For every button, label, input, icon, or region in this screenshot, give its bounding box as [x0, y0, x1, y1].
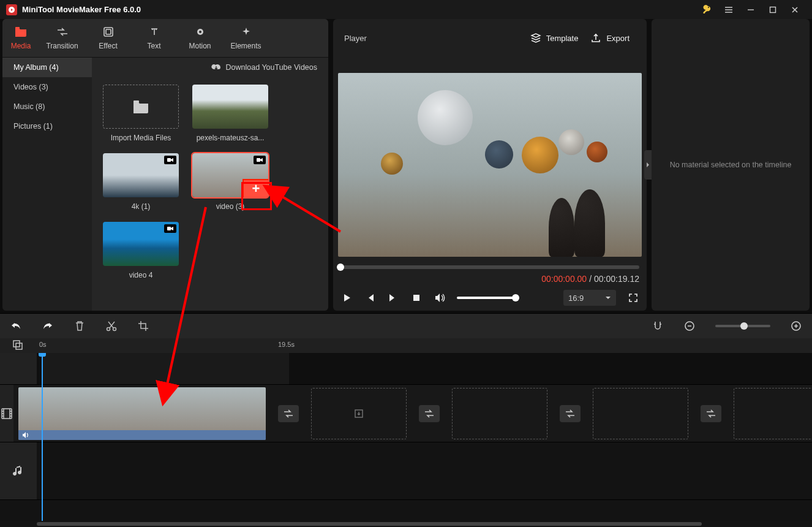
- tab-text[interactable]: Text: [131, 19, 177, 57]
- media-item-selected[interactable]: + video (3): [192, 153, 268, 211]
- volume-slider[interactable]: [457, 297, 516, 299]
- hamburger-menu-icon[interactable]: [718, 0, 740, 19]
- crop-button[interactable]: [137, 320, 149, 332]
- svg-rect-4: [104, 28, 113, 36]
- timeline-ruler[interactable]: 0s 19.5s: [0, 338, 812, 353]
- collapse-handle[interactable]: [644, 150, 652, 180]
- transition-icon: [56, 26, 69, 38]
- media-item[interactable]: video 4: [103, 222, 179, 279]
- svg-rect-18: [16, 343, 22, 349]
- film-icon: [0, 407, 13, 420]
- tab-effect[interactable]: Effect: [85, 19, 131, 57]
- transition-slot[interactable]: [278, 405, 299, 422]
- maximize-icon[interactable]: [762, 0, 784, 19]
- download-icon: [211, 64, 221, 71]
- play-button[interactable]: [340, 292, 353, 304]
- timeline-toolbar: [0, 314, 812, 338]
- svg-rect-17: [13, 341, 20, 347]
- tab-motion[interactable]: Motion: [177, 19, 223, 57]
- sidebar-item-my-album[interactable]: My Album (4): [2, 58, 92, 77]
- template-button[interactable]: Template: [524, 29, 585, 47]
- aspect-ratio-select[interactable]: 16:9: [563, 290, 616, 306]
- ruler-mark-1: 19.5s: [278, 341, 295, 348]
- media-area: Download YouTube Videos Import Media Fil…: [92, 58, 328, 311]
- audio-track[interactable]: [0, 442, 812, 500]
- app-title: MiniTool MovieMaker Free 6.0.0: [22, 5, 141, 14]
- playhead[interactable]: [42, 353, 43, 521]
- redo-button[interactable]: [42, 320, 54, 332]
- export-button[interactable]: Export: [584, 29, 636, 47]
- stop-button[interactable]: [410, 292, 423, 304]
- undo-button[interactable]: [10, 320, 22, 332]
- add-to-timeline-button[interactable]: +: [242, 179, 268, 197]
- drop-slot[interactable]: [311, 388, 407, 439]
- prev-frame-button[interactable]: [364, 292, 376, 304]
- svg-point-7: [199, 31, 201, 33]
- split-button[interactable]: [105, 320, 118, 332]
- download-slot-icon: [354, 409, 364, 419]
- sidebar-item-pictures[interactable]: Pictures (1): [2, 116, 92, 136]
- fullscreen-button[interactable]: [627, 292, 639, 304]
- timeline-panel: 0s 19.5s: [0, 313, 812, 527]
- minimize-icon[interactable]: [740, 0, 762, 19]
- svg-point-13: [107, 328, 110, 331]
- drop-slot[interactable]: [452, 388, 547, 439]
- transition-slot[interactable]: [701, 405, 721, 422]
- delete-button[interactable]: [73, 320, 86, 332]
- svg-rect-10: [257, 158, 260, 162]
- media-item[interactable]: 4k (1): [103, 153, 179, 211]
- transition-slot[interactable]: [419, 405, 440, 422]
- transition-slot[interactable]: [560, 405, 581, 422]
- svg-rect-9: [167, 158, 171, 162]
- motion-icon: [194, 26, 206, 38]
- export-icon: [590, 32, 601, 44]
- tab-transition[interactable]: Transition: [39, 19, 85, 57]
- text-track[interactable]: [0, 353, 812, 385]
- sidebar-item-music[interactable]: Music (8): [2, 97, 92, 116]
- media-item[interactable]: pexels-mateusz-sa...: [192, 85, 268, 142]
- media-panel: Media Transition Effect Text Motion Elem…: [2, 19, 328, 311]
- duration: 00:00:19.12: [594, 274, 639, 284]
- layers-icon[interactable]: [12, 339, 25, 352]
- volume-icon[interactable]: [434, 292, 446, 304]
- title-bar: MiniTool MovieMaker Free 6.0.0: [0, 0, 812, 19]
- zoom-slider[interactable]: [715, 325, 770, 327]
- video-badge-icon: [254, 156, 266, 164]
- template-icon: [530, 32, 541, 44]
- svg-rect-2: [770, 7, 776, 12]
- tab-media[interactable]: Media: [2, 19, 39, 57]
- horizontal-scrollbar[interactable]: [0, 521, 812, 527]
- ruler-mark-0: 0s: [39, 341, 47, 348]
- inspector-empty-message: No material selected on the timeline: [670, 161, 792, 169]
- text-icon: [148, 26, 160, 38]
- drop-slot[interactable]: [734, 388, 812, 439]
- zoom-in-button[interactable]: [790, 320, 802, 332]
- video-track[interactable]: [0, 385, 812, 442]
- effect-icon: [102, 26, 115, 38]
- sparkle-icon: [240, 26, 252, 38]
- svg-rect-11: [167, 227, 171, 230]
- video-clip[interactable]: [18, 387, 266, 440]
- speaker-icon: [22, 431, 29, 439]
- chevron-down-icon: [605, 296, 611, 300]
- tab-elements[interactable]: Elements: [223, 19, 269, 57]
- svg-rect-8: [133, 100, 139, 103]
- import-media-cell[interactable]: Import Media Files: [103, 85, 179, 142]
- zoom-out-button[interactable]: [683, 320, 696, 332]
- next-frame-button[interactable]: [387, 292, 399, 304]
- license-key-icon[interactable]: [696, 0, 718, 19]
- sidebar-item-videos[interactable]: Videos (3): [2, 77, 92, 97]
- download-youtube-link[interactable]: Download YouTube Videos: [226, 63, 317, 72]
- tool-tabs: Media Transition Effect Text Motion Elem…: [2, 19, 328, 58]
- scrubber-knob[interactable]: [337, 264, 344, 271]
- snap-icon[interactable]: [652, 320, 664, 332]
- player-panel: Player Template Export 00:00:00.00 /: [333, 19, 647, 311]
- close-icon[interactable]: [784, 0, 806, 19]
- inspector-panel: No material selected on the timeline: [652, 19, 810, 311]
- drop-slot[interactable]: [593, 388, 688, 439]
- chevron-right-icon: [645, 162, 650, 168]
- scrubber[interactable]: [340, 265, 639, 269]
- svg-rect-12: [413, 295, 419, 301]
- side-nav: My Album (4) Videos (3) Music (8) Pictur…: [2, 58, 92, 311]
- svg-point-14: [113, 328, 116, 331]
